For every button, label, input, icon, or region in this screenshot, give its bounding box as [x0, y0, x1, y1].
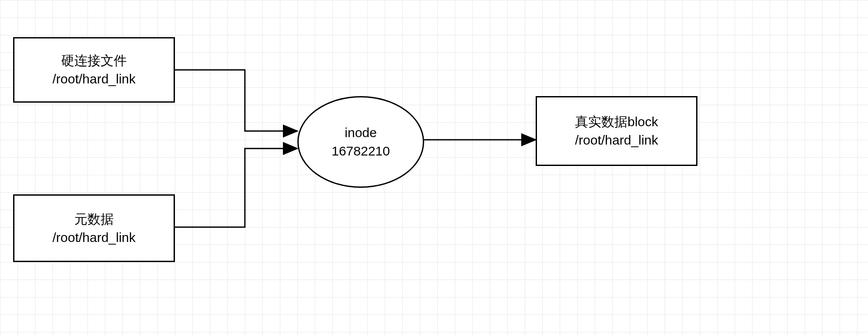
arrow-metadata-to-inode — [175, 149, 297, 227]
node-metadata-title: 元数据 — [74, 210, 114, 228]
arrow-hardlink-to-inode — [175, 70, 297, 131]
node-metadata-path: /root/hard_link — [52, 228, 136, 247]
node-metadata: 元数据 /root/hard_link — [13, 194, 175, 262]
node-hardlink-file-path: /root/hard_link — [52, 70, 136, 88]
node-datablock: 真实数据block /root/hard_link — [536, 96, 697, 166]
node-datablock-path: /root/hard_link — [575, 131, 658, 149]
node-inode-number: 16782210 — [331, 142, 390, 160]
node-hardlink-file: 硬连接文件 /root/hard_link — [13, 37, 175, 103]
node-hardlink-file-title: 硬连接文件 — [61, 52, 127, 70]
node-inode-label: inode — [345, 124, 376, 142]
node-inode: inode 16782210 — [297, 96, 424, 188]
node-datablock-title: 真实数据block — [575, 113, 658, 131]
